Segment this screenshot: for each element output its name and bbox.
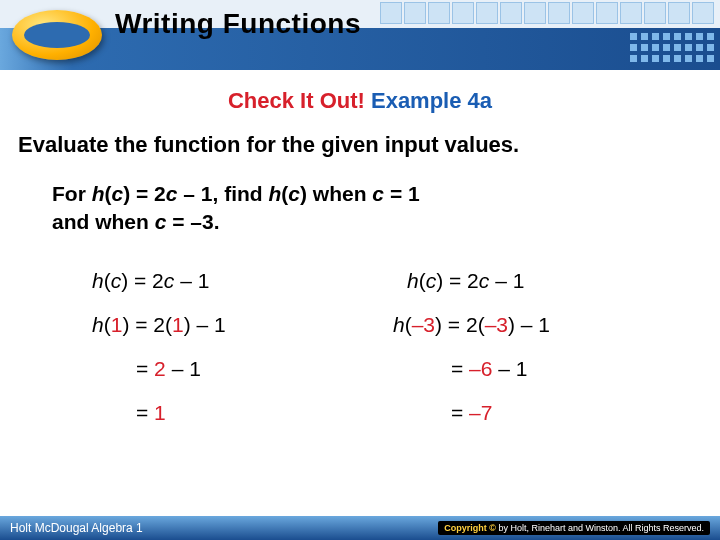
solution-column-1: h(c) = 2c – 1 h(1) = 2(1) – 1 = 2 – 1 = … [52, 269, 387, 445]
slide-footer: Holt McDougal Algebra 1 Copyright © by H… [0, 516, 720, 540]
worked-solution: h(c) = 2c – 1 h(1) = 2(1) – 1 = 2 – 1 = … [52, 269, 702, 445]
logo-oval-icon [12, 10, 102, 60]
col1-step2: h(1) = 2(1) – 1 [92, 313, 387, 337]
col1-step4: = 1 [92, 401, 387, 425]
slide-header: Writing Functions [0, 0, 720, 70]
header-dot-grid [630, 33, 714, 62]
footer-textbook: Holt McDougal Algebra 1 [10, 521, 143, 535]
example-number: Example 4a [371, 88, 492, 113]
header-decor-squares [380, 0, 720, 28]
col2-step1: h(c) = 2c – 1 [407, 269, 702, 293]
slide-title: Writing Functions [115, 8, 361, 40]
slide-content: Check It Out! Example 4a Evaluate the fu… [0, 70, 720, 445]
problem-statement: For h(c) = 2c – 1, find h(c) when c = 1 … [52, 180, 702, 237]
instruction-text: Evaluate the function for the given inpu… [18, 132, 702, 158]
example-label: Check It Out! Example 4a [18, 88, 702, 114]
col1-step3: = 2 – 1 [92, 357, 387, 381]
footer-copyright: Copyright © by Holt, Rinehart and Winsto… [438, 521, 710, 535]
col1-step1: h(c) = 2c – 1 [92, 269, 387, 293]
solution-column-2: h(c) = 2c – 1 h(–3) = 2(–3) – 1 = –6 – 1… [387, 269, 702, 445]
check-it-out-label: Check It Out! [228, 88, 371, 113]
col2-step3: = –6 – 1 [407, 357, 702, 381]
col2-step2: h(–3) = 2(–3) – 1 [393, 313, 702, 337]
col2-step4: = –7 [407, 401, 702, 425]
